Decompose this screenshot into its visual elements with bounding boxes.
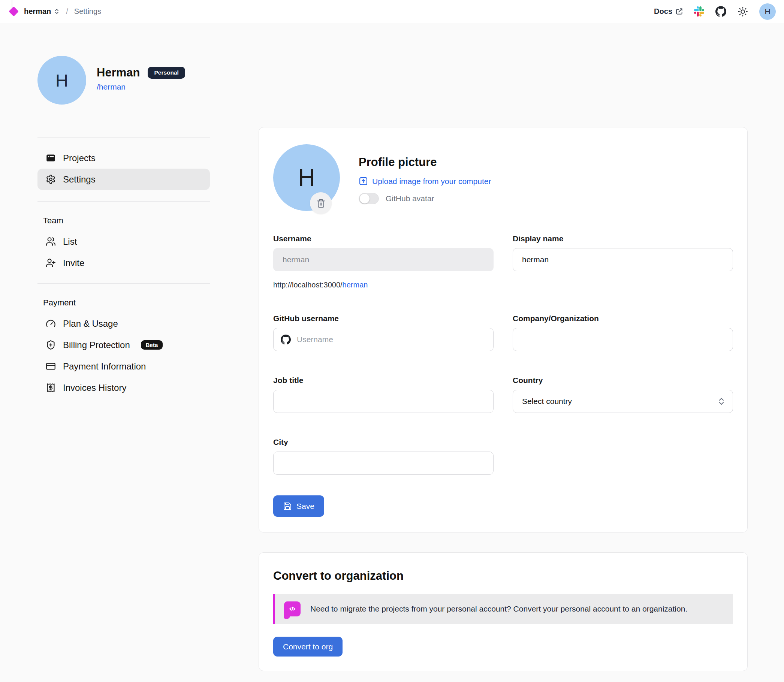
credit-card-icon: [46, 361, 56, 371]
breadcrumb-current-page: Settings: [74, 7, 101, 16]
sidebar-item-team-list[interactable]: List: [37, 231, 210, 252]
user-plus-icon: [46, 258, 56, 268]
sidebar-item-plan-usage[interactable]: Plan & Usage: [37, 313, 210, 334]
profile-picture: H: [273, 144, 340, 211]
slack-icon[interactable]: [694, 6, 704, 16]
users-icon: [46, 236, 56, 247]
sidebar-item-label: List: [63, 236, 77, 247]
main-content: H Profile picture Upload image fro: [258, 105, 747, 671]
convert-button-label: Convert to org: [283, 642, 333, 651]
github-avatar-toggle[interactable]: [359, 193, 379, 204]
beta-badge: Beta: [141, 340, 163, 350]
docs-link[interactable]: Docs: [654, 7, 683, 16]
sidebar-item-team-invite[interactable]: Invite: [37, 252, 210, 274]
gear-icon: [46, 174, 56, 184]
github-icon: [281, 335, 291, 345]
field-country: Country Select country: [513, 376, 733, 413]
country-select[interactable]: Select country: [513, 390, 733, 413]
save-button-label: Save: [296, 502, 314, 511]
sidebar-item-label: Payment Information: [63, 361, 146, 372]
convert-title: Convert to organization: [273, 569, 733, 583]
username-label: Username: [273, 234, 494, 243]
sidebar-section-payment: Payment: [37, 298, 210, 308]
sidebar-item-label: Settings: [63, 174, 96, 185]
display-name-input[interactable]: [513, 248, 733, 271]
field-job-title: Job title: [273, 376, 494, 413]
personal-badge: Personal: [148, 67, 185, 79]
github-avatar-toggle-label: GitHub avatar: [386, 194, 434, 203]
receipt-icon: [46, 382, 56, 393]
country-label: Country: [513, 376, 733, 385]
save-button[interactable]: Save: [273, 496, 324, 517]
toggle-knob: [360, 194, 370, 204]
username-input: [273, 248, 494, 271]
field-city: City: [273, 438, 494, 475]
user-avatar-initial: H: [765, 7, 770, 16]
popover-caret-artifact: [12, 0, 12, 8]
upload-image-label: Upload image from your computer: [372, 177, 491, 186]
profile-picture-initial: H: [298, 164, 315, 191]
profile-url-user-link[interactable]: herman: [343, 280, 368, 289]
country-select-value: Select country: [522, 397, 572, 406]
profile-name: Herman: [97, 66, 140, 80]
sidebar-item-settings[interactable]: Settings: [37, 169, 210, 190]
delete-avatar-button[interactable]: [310, 192, 331, 214]
sidebar-item-label: Projects: [63, 153, 96, 163]
topbar: herman / Settings Docs H: [0, 0, 784, 23]
sidebar-item-payment-information[interactable]: Payment Information: [37, 355, 210, 377]
workspace-name: herman: [24, 7, 51, 16]
chevrons-up-down-icon: [717, 397, 726, 406]
convert-to-organization-card: Convert to organization Need to migrate …: [258, 552, 747, 671]
sidebar-item-projects[interactable]: Projects: [37, 147, 210, 169]
convert-to-org-button[interactable]: Convert to org: [273, 637, 343, 657]
theme-sun-icon[interactable]: [738, 6, 748, 17]
display-name-label: Display name: [513, 234, 733, 243]
upload-icon: [359, 177, 368, 186]
profile-picture-title: Profile picture: [359, 156, 491, 169]
divider: [37, 201, 210, 202]
convert-info-box: Need to migrate the projects from your p…: [273, 594, 733, 624]
sidebar-item-label: Invite: [63, 258, 84, 268]
profile-settings-card: H Profile picture Upload image fro: [258, 127, 747, 532]
save-icon: [283, 502, 292, 511]
user-avatar[interactable]: H: [759, 3, 776, 20]
brand-diamond-icon: [9, 6, 19, 16]
convert-message: Need to migrate the projects from your p…: [310, 604, 687, 613]
github-username-input[interactable]: [273, 328, 494, 351]
job-title-input[interactable]: [273, 390, 494, 413]
sidebar-item-invoices-history[interactable]: Invoices History: [37, 377, 210, 398]
field-company: Company/Organization: [513, 314, 733, 351]
github-icon[interactable]: [715, 6, 726, 17]
profile-avatar: H: [37, 56, 86, 105]
gauge-icon: [46, 319, 56, 329]
trash-icon: [316, 199, 326, 208]
profile-header: H Herman Personal /herman: [37, 56, 784, 105]
profile-handle-link[interactable]: /herman: [97, 83, 126, 91]
profile-form: Username http://localhost:3000/herman Di…: [273, 234, 733, 475]
sidebar-item-label: Invoices History: [63, 382, 126, 393]
github-username-label: GitHub username: [273, 314, 494, 323]
company-label: Company/Organization: [513, 314, 733, 323]
upload-image-link[interactable]: Upload image from your computer: [359, 177, 491, 186]
profile-url: http://localhost:3000/herman: [273, 280, 494, 289]
divider: [37, 283, 210, 284]
field-username: Username http://localhost:3000/herman: [273, 234, 494, 289]
sidebar-section-team: Team: [37, 216, 210, 226]
external-link-icon: [676, 8, 683, 15]
sidebar: Projects Settings Team List Invite Pay: [37, 105, 210, 398]
city-input[interactable]: [273, 451, 494, 475]
company-input[interactable]: [513, 328, 733, 351]
workspace-switcher[interactable]: herman: [24, 7, 60, 16]
docs-label: Docs: [654, 7, 672, 16]
projects-icon: [46, 153, 56, 163]
profile-avatar-initial: H: [56, 70, 68, 91]
code-icon: [284, 601, 301, 617]
city-label: City: [273, 438, 494, 447]
chevrons-up-down-icon: [54, 8, 60, 14]
breadcrumb-separator: /: [66, 7, 68, 16]
field-display-name: Display name: [513, 234, 733, 289]
shield-plus-icon: [46, 340, 56, 350]
sidebar-item-label: Billing Protection: [63, 340, 130, 351]
sidebar-item-billing-protection[interactable]: Billing Protection Beta: [37, 334, 210, 355]
job-title-label: Job title: [273, 376, 494, 385]
